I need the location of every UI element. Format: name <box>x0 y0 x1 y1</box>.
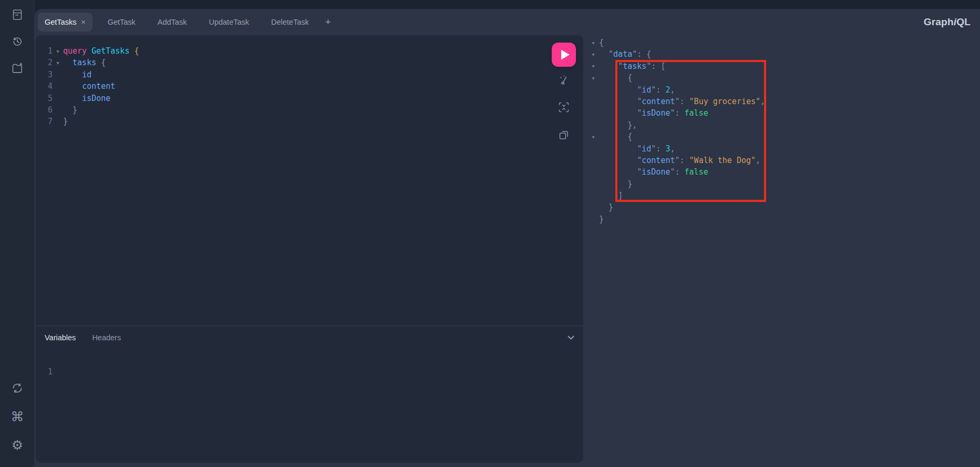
query-line[interactable]: 7} <box>36 116 139 127</box>
line-number: 1 <box>36 45 53 57</box>
tab-deletetask[interactable]: DeleteTask <box>260 18 320 26</box>
chevron-down-icon <box>568 336 574 340</box>
sessions-container: GetTasks×GetTaskAddTaskUpdateTaskDeleteT… <box>35 9 980 467</box>
close-tab-icon[interactable]: × <box>81 18 85 26</box>
tab-label: GetTask <box>108 18 136 26</box>
collapse-node-icon[interactable]: ▾ <box>587 40 599 46</box>
collapse-node-icon[interactable]: ▾ <box>587 134 599 140</box>
collapse-node-icon[interactable]: ▾ <box>587 75 599 81</box>
shortcuts-icon[interactable]: ⌘ <box>10 409 25 424</box>
tab-label: UpdateTask <box>209 18 249 26</box>
fold-icon[interactable]: ▾ <box>53 60 63 66</box>
response-text: "id": 2, <box>599 84 675 96</box>
code-text: } <box>63 104 77 116</box>
history-icon[interactable] <box>10 34 25 49</box>
line-number: 4 <box>36 80 53 92</box>
line-number: 7 <box>36 116 53 127</box>
tab-gettasks[interactable]: GetTasks× <box>38 13 92 32</box>
code-text: query GetTasks { <box>63 45 139 57</box>
response-line: }, <box>587 119 980 131</box>
merge-fragments-icon[interactable] <box>557 100 571 114</box>
response-line: "id": 3, <box>587 143 980 155</box>
tab-gettask[interactable]: GetTask <box>97 18 147 26</box>
tab-headers[interactable]: Headers <box>92 333 121 342</box>
tab-label: AddTask <box>158 18 187 26</box>
response-text: "isDone": false <box>599 166 708 178</box>
query-editor[interactable]: 1▾query GetTasks {2▾ tasks {3 id4 conten… <box>36 45 139 128</box>
query-line[interactable]: 6 } <box>36 104 139 116</box>
response-text: }, <box>599 119 637 131</box>
tab-label: DeleteTask <box>271 18 309 26</box>
query-line[interactable]: 4 content <box>36 80 139 92</box>
collections-icon[interactable] <box>10 61 25 76</box>
collapse-node-icon[interactable]: ▾ <box>587 52 599 57</box>
response-line: ▾ { <box>587 72 980 84</box>
query-line[interactable]: 3 id <box>36 69 139 80</box>
response-line: ▾ { <box>587 131 980 143</box>
tab-addtask[interactable]: AddTask <box>147 18 198 26</box>
code-text: content <box>63 80 115 92</box>
query-line[interactable]: 1▾query GetTasks { <box>36 45 139 57</box>
add-tab-button[interactable]: + <box>320 16 336 28</box>
logo-text: Graph <box>924 16 954 27</box>
response-line: ] <box>587 190 980 201</box>
response-text: { <box>599 37 604 48</box>
response-text: "id": 3, <box>599 143 675 155</box>
sidebar: ⌘⚙ <box>0 0 35 467</box>
prettify-icon[interactable] <box>557 73 571 87</box>
response-text: } <box>599 178 632 190</box>
response-line: "id": 2, <box>587 84 980 96</box>
graphiql-app: ⌘⚙ GetTasks×GetTaskAddTaskUpdateTaskDele… <box>0 0 980 467</box>
query-line[interactable]: 5 isDone <box>36 93 139 104</box>
line-number: 6 <box>36 104 53 116</box>
response-text: "data": { <box>599 48 651 60</box>
tab-variables[interactable]: Variables <box>45 333 76 342</box>
response-line: ▾{ <box>587 37 980 48</box>
response-text: { <box>599 131 632 143</box>
query-line[interactable]: 2▾ tasks { <box>36 57 139 68</box>
settings-icon[interactable]: ⚙ <box>10 438 25 452</box>
execute-query-button[interactable] <box>552 43 576 67</box>
response-text: ] <box>599 190 623 201</box>
code-text: id <box>63 69 91 80</box>
play-icon <box>552 43 575 66</box>
collapse-secondary-editor-button[interactable] <box>568 336 574 340</box>
fold-icon[interactable]: ▾ <box>53 48 63 54</box>
code-text: tasks { <box>63 57 106 68</box>
response-line: } <box>587 178 980 190</box>
graphiql-logo: GraphiQL <box>924 16 971 28</box>
response-text: "content": "Buy groceries", <box>599 96 765 107</box>
line-number: 2 <box>36 57 53 68</box>
response-line: } <box>587 201 980 213</box>
response-panel: ▾{▾ "data": {▾ "tasks": [▾ { "id": 2, "c… <box>587 35 980 467</box>
response-line: "isDone": false <box>587 107 980 119</box>
response-text: } <box>599 214 604 225</box>
secondary-editor-header: Variables Headers <box>36 326 583 349</box>
response-text: "content": "Walk the Dog", <box>599 155 760 166</box>
line-number: 1 <box>36 366 53 378</box>
response-line: "content": "Buy groceries", <box>587 96 980 107</box>
response-line: } <box>587 214 980 225</box>
response-line: ▾ "data": { <box>587 48 980 60</box>
response-text: "tasks": [ <box>599 60 665 72</box>
line-number: 3 <box>36 69 53 80</box>
response-text: } <box>599 201 613 213</box>
response-text: { <box>599 72 632 84</box>
tab-bar: GetTasks×GetTaskAddTaskUpdateTaskDeleteT… <box>35 9 980 35</box>
tab-updatetask[interactable]: UpdateTask <box>198 18 260 26</box>
response-line: "content": "Walk the Dog", <box>587 155 980 166</box>
refetch-schema-icon[interactable] <box>10 381 25 395</box>
collapse-node-icon[interactable]: ▾ <box>587 63 599 69</box>
logo-text: QL <box>956 16 971 27</box>
tab-label: GetTasks <box>45 18 76 26</box>
docs-icon[interactable] <box>10 7 25 22</box>
copy-query-icon[interactable] <box>557 128 571 141</box>
editor-toolbar <box>552 43 576 141</box>
editors-panel: 1▾query GetTasks {2▾ tasks {3 id4 conten… <box>36 35 583 463</box>
response-text: "isDone": false <box>599 107 708 119</box>
code-text: isDone <box>63 93 110 104</box>
code-text: } <box>63 116 68 127</box>
line-number: 5 <box>36 93 53 104</box>
variables-editor[interactable]: 1 <box>36 366 53 378</box>
response-line: ▾ "tasks": [ <box>587 60 980 72</box>
